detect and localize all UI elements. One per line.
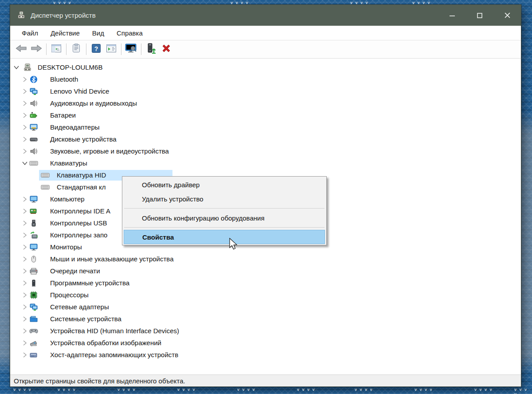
menu-вид[interactable]: Вид xyxy=(86,27,110,39)
show-console-tree-button[interactable] xyxy=(49,42,64,56)
close-button[interactable] xyxy=(493,5,521,26)
tree-item[interactable]: Системные устройства xyxy=(10,313,521,325)
chevron-right-icon[interactable] xyxy=(21,99,28,107)
wallpaper-knit-pattern: v v v v xyxy=(177,387,196,392)
context-menu-item[interactable]: Обновить конфигурацию оборудования xyxy=(123,211,325,225)
chevron-right-icon[interactable] xyxy=(21,147,28,155)
tree-item-label: Lenovo Vhid Device xyxy=(50,87,109,95)
chevron-right-icon[interactable] xyxy=(21,279,28,287)
chevron-spacer xyxy=(33,183,41,191)
tree-item[interactable]: DESKTOP-LOULM6B xyxy=(10,61,521,73)
context-menu-item[interactable]: Удалить устройство xyxy=(123,192,325,206)
wallpaper-knit-pattern: v v v v xyxy=(514,387,532,394)
chevron-right-icon[interactable] xyxy=(21,255,28,263)
update-driver-button[interactable] xyxy=(144,42,159,56)
wallpaper-knit-pattern: v v v v xyxy=(355,387,373,392)
toolbar-separator xyxy=(86,43,86,55)
storage-controller-icon xyxy=(29,231,38,239)
tree-item[interactable]: Хост-адаптеры запоминающих устройств xyxy=(10,349,521,361)
network-adapter-icon xyxy=(29,303,38,311)
chevron-right-icon[interactable] xyxy=(21,315,28,323)
tree-item-label: Устройства обработки изображений xyxy=(50,339,161,347)
tree-item[interactable]: Bluetooth xyxy=(10,73,521,85)
tree-item[interactable]: Программные устройства xyxy=(10,277,521,289)
chevron-right-icon[interactable] xyxy=(21,219,28,227)
system-device-icon xyxy=(29,315,38,323)
wallpaper-knit-pattern: v v v v xyxy=(474,387,493,392)
keyboard-icon xyxy=(41,171,50,179)
monitor-search-icon xyxy=(125,43,138,55)
tree-item[interactable]: Дисковые устройства xyxy=(10,133,521,145)
network-adapter-icon xyxy=(29,87,38,95)
chevron-right-icon[interactable] xyxy=(21,135,28,143)
tree-item-label: Процессоры xyxy=(50,291,89,299)
mouse-icon xyxy=(29,255,38,263)
chevron-right-icon[interactable] xyxy=(21,195,28,203)
audio-io-icon xyxy=(29,99,38,107)
forward-button[interactable] xyxy=(29,42,44,56)
keyboard-icon xyxy=(29,159,38,167)
tree-item-label: Звуковые, игровые и видеоустройства xyxy=(50,147,169,155)
maximize-button[interactable] xyxy=(466,5,493,26)
wallpaper-knit-pattern: v v v v xyxy=(13,387,32,392)
tree-item-label: Видеоадаптеры xyxy=(50,123,100,131)
tree-item[interactable]: Мыши и иные указывающие устройства xyxy=(10,253,521,265)
chevron-right-icon[interactable] xyxy=(21,123,28,131)
keyboard-icon xyxy=(41,183,50,191)
context-menu-item[interactable]: Свойства xyxy=(124,230,325,244)
chevron-right-icon[interactable] xyxy=(21,243,28,251)
tree-item-label: Аудиовходы и аудиовыходы xyxy=(50,99,137,107)
chevron-right-icon[interactable] xyxy=(21,339,28,347)
chevron-right-icon[interactable] xyxy=(21,351,28,359)
back-button[interactable] xyxy=(14,42,29,56)
tree-item-label: Программные устройства xyxy=(50,279,129,287)
tree-item-label: Очереди печати xyxy=(50,267,100,275)
context-menu-item[interactable]: Обновить драйвер xyxy=(123,177,325,192)
tree-item[interactable]: Аудиовходы и аудиовыходы xyxy=(10,97,521,109)
device-manager-icon xyxy=(16,11,26,20)
chevron-right-icon[interactable] xyxy=(21,327,28,335)
tree-item-label: Bluetooth xyxy=(50,75,78,83)
tree-item[interactable]: Звуковые, игровые и видеоустройства xyxy=(10,145,521,157)
tree-item[interactable]: Процессоры xyxy=(10,289,521,301)
window-title: Диспетчер устройств xyxy=(31,12,438,19)
chevron-right-icon[interactable] xyxy=(21,291,28,299)
chevron-right-icon[interactable] xyxy=(21,231,28,239)
host-adapter-icon xyxy=(29,351,38,359)
computer-root-icon xyxy=(23,63,32,71)
arrow-left-icon xyxy=(16,44,27,55)
chevron-down-icon[interactable] xyxy=(21,159,28,167)
tree-item[interactable]: Батареи xyxy=(10,109,521,121)
menu-файл[interactable]: Файл xyxy=(16,27,44,39)
scan-hardware-changes-button[interactable] xyxy=(124,42,139,56)
tree-item[interactable]: Lenovo Vhid Device xyxy=(10,85,521,97)
chevron-right-icon[interactable] xyxy=(21,303,28,311)
properties-button[interactable] xyxy=(69,42,84,56)
menu-справка[interactable]: Справка xyxy=(110,27,149,39)
chevron-right-icon[interactable] xyxy=(21,111,28,119)
chevron-right-icon[interactable] xyxy=(21,207,28,215)
tree-item[interactable]: Видеоадаптеры xyxy=(10,121,521,133)
tree-item-label: Устройства HID (Human Interface Devices) xyxy=(50,327,179,335)
uninstall-device-button[interactable] xyxy=(159,42,174,56)
help-button[interactable]: ? xyxy=(89,42,104,56)
tree-item[interactable]: Очереди печати xyxy=(10,265,521,277)
wallpaper-knit-pattern: v v v v xyxy=(58,387,76,392)
tree-item-label: Дисковые устройства xyxy=(50,135,117,143)
tree-item[interactable]: Устройства обработки изображений xyxy=(10,337,521,349)
properties-doc-icon xyxy=(71,43,81,55)
chevron-right-icon[interactable] xyxy=(21,87,28,95)
chevron-right-icon[interactable] xyxy=(21,75,28,83)
status-text: Открытие страницы свойств для выделенног… xyxy=(14,377,185,385)
chevron-down-icon[interactable] xyxy=(12,63,20,71)
show-action-pane-button[interactable] xyxy=(104,42,119,56)
tree-item[interactable]: Клавиатуры xyxy=(10,157,521,169)
wallpaper-knit-pattern: v v v v xyxy=(237,387,256,392)
help-icon: ? xyxy=(91,43,101,55)
tree-item[interactable]: Сетевые адаптеры xyxy=(10,301,521,313)
tree-item[interactable]: Устройства HID (Human Interface Devices) xyxy=(10,325,521,337)
minimize-button[interactable] xyxy=(438,5,466,26)
menu-действие[interactable]: Действие xyxy=(44,27,86,39)
wallpaper-knit-pattern: v v v v xyxy=(297,387,316,392)
chevron-right-icon[interactable] xyxy=(21,267,28,275)
